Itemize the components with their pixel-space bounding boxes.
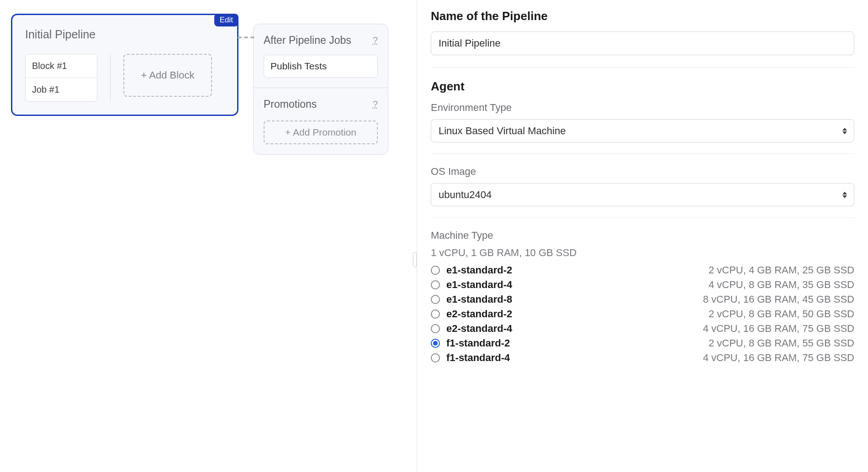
canvas-pane: Edit Initial Pipeline Block #1 Job #1 + … — [0, 0, 417, 472]
after-job-item[interactable]: Publish Tests — [264, 55, 378, 78]
machine-spec: 4 vCPU, 16 GB RAM, 75 GB SSD — [703, 323, 854, 335]
promotions-header: Promotions ? — [264, 98, 378, 110]
promotions-title: Promotions — [264, 98, 317, 110]
machine-type-option[interactable]: e2-standard-44 vCPU, 16 GB RAM, 75 GB SS… — [431, 323, 854, 335]
block-card[interactable]: Block #1 Job #1 — [25, 54, 97, 102]
field-divider — [431, 217, 854, 218]
section-divider — [431, 67, 854, 68]
add-promotion-button[interactable]: + Add Promotion — [264, 121, 378, 144]
machine-type-option[interactable]: f1-standard-22 vCPU, 8 GB RAM, 55 GB SSD — [431, 337, 854, 349]
promotions-section: Promotions ? + Add Promotion — [254, 88, 388, 154]
radio-icon[interactable] — [431, 295, 440, 304]
vertical-divider — [110, 54, 111, 102]
machine-type-option[interactable]: e1-standard-44 vCPU, 8 GB RAM, 35 GB SSD — [431, 279, 854, 291]
pipeline-name-input[interactable] — [431, 31, 854, 55]
pipeline-title: Initial Pipeline — [25, 28, 224, 41]
add-block-button[interactable]: + Add Block — [123, 54, 212, 97]
pipeline-connector — [238, 37, 254, 38]
machine-type-option[interactable]: e1-standard-22 vCPU, 4 GB RAM, 25 GB SSD — [431, 264, 854, 276]
machine-type-option[interactable]: f1-standard-44 vCPU, 16 GB RAM, 75 GB SS… — [431, 352, 854, 364]
machine-summary: 1 vCPU, 1 GB RAM, 10 GB SSD — [431, 247, 854, 259]
after-jobs-title: After Pipeline Jobs — [264, 34, 351, 47]
after-jobs-section: After Pipeline Jobs ? Publish Tests — [254, 24, 388, 88]
machine-type-list: e1-standard-22 vCPU, 4 GB RAM, 25 GB SSD… — [431, 264, 854, 364]
field-divider — [431, 153, 854, 154]
machine-spec: 2 vCPU, 8 GB RAM, 50 GB SSD — [709, 308, 854, 320]
machine-name: e1-standard-4 — [446, 279, 524, 291]
machine-spec: 4 vCPU, 16 GB RAM, 75 GB SSD — [703, 352, 854, 364]
machine-name: f1-standard-2 — [446, 337, 524, 349]
block-job[interactable]: Job #1 — [26, 78, 97, 101]
machine-type-option[interactable]: e2-standard-22 vCPU, 8 GB RAM, 50 GB SSD — [431, 308, 854, 320]
machine-spec: 2 vCPU, 4 GB RAM, 25 GB SSD — [709, 264, 854, 276]
radio-icon[interactable] — [431, 266, 440, 275]
block-header[interactable]: Block #1 — [26, 54, 97, 78]
name-label: Name of the Pipeline — [431, 9, 854, 23]
env-field: Environment Type Linux Based Virtual Mac… — [431, 102, 854, 142]
machine-name: e1-standard-2 — [446, 264, 524, 276]
machine-spec: 2 vCPU, 8 GB RAM, 55 GB SSD — [709, 337, 854, 349]
machine-spec: 8 vCPU, 16 GB RAM, 45 GB SSD — [703, 294, 854, 305]
machine-name: f1-standard-4 — [446, 352, 524, 364]
machine-type-option[interactable]: e1-standard-88 vCPU, 16 GB RAM, 45 GB SS… — [431, 294, 854, 305]
settings-pane: Name of the Pipeline Agent Environment T… — [417, 0, 868, 472]
machine-spec: 4 vCPU, 8 GB RAM, 35 GB SSD — [709, 279, 854, 291]
os-label: OS Image — [431, 166, 854, 178]
os-select[interactable]: ubuntu2404 — [431, 183, 854, 206]
radio-icon[interactable] — [431, 324, 440, 333]
after-jobs-header: After Pipeline Jobs ? — [264, 34, 378, 47]
machine-name: e1-standard-8 — [446, 294, 524, 305]
pane-resize-handle[interactable] — [413, 252, 417, 267]
radio-icon[interactable] — [431, 339, 440, 348]
os-field: OS Image ubuntu2404 — [431, 166, 854, 206]
agent-heading: Agent — [431, 79, 854, 94]
help-icon[interactable]: ? — [373, 35, 378, 46]
edit-badge[interactable]: Edit — [214, 14, 238, 26]
help-icon[interactable]: ? — [373, 99, 378, 110]
env-select[interactable]: Linux Based Virtual Machine — [431, 119, 854, 142]
radio-icon[interactable] — [431, 309, 440, 319]
side-stack: After Pipeline Jobs ? Publish Tests Prom… — [253, 24, 388, 155]
radio-icon[interactable] — [431, 353, 440, 362]
radio-icon[interactable] — [431, 280, 440, 289]
machine-name: e2-standard-2 — [446, 308, 524, 320]
pipeline-card[interactable]: Edit Initial Pipeline Block #1 Job #1 + … — [11, 14, 238, 116]
machine-name: e2-standard-4 — [446, 323, 524, 335]
env-label: Environment Type — [431, 102, 854, 114]
machine-label: Machine Type — [431, 230, 854, 241]
pipeline-row: Block #1 Job #1 + Add Block — [25, 54, 224, 102]
